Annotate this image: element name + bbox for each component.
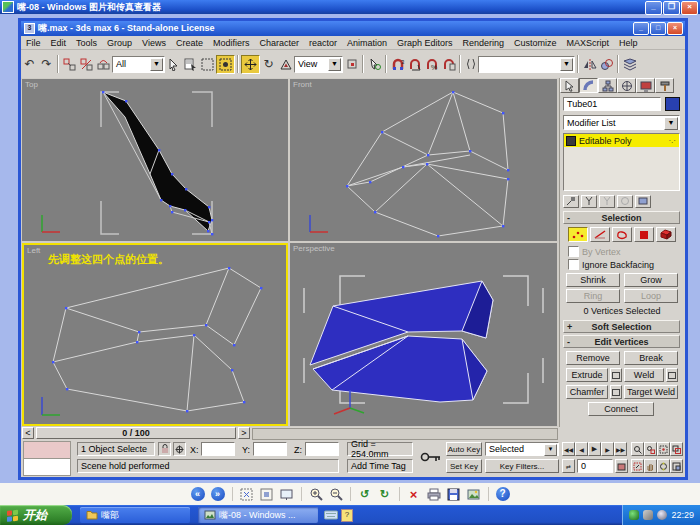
set-key-button[interactable]: Set Key	[446, 459, 482, 473]
edge-mode-icon[interactable]	[590, 227, 610, 242]
spinner-snap-icon[interactable]	[440, 56, 457, 73]
menu-maxscript[interactable]: MAXScript	[562, 38, 615, 48]
menu-customize[interactable]: Customize	[509, 38, 562, 48]
time-slider-handle[interactable]: 0 / 100	[36, 427, 236, 439]
zoom-extents-icon[interactable]	[657, 442, 670, 456]
viewer-minimize-button[interactable]: _	[645, 1, 662, 15]
remove-button[interactable]: Remove	[566, 351, 620, 365]
show-end-result-icon[interactable]	[581, 195, 597, 208]
start-button[interactable]: 开始	[0, 505, 72, 525]
menu-group[interactable]: Group	[102, 38, 137, 48]
next-frame-button[interactable]: ▶	[601, 442, 614, 456]
menu-views[interactable]: Views	[137, 38, 171, 48]
menu-create[interactable]: Create	[171, 38, 208, 48]
max-minimize-button[interactable]: _	[633, 22, 649, 35]
select-object-icon[interactable]	[165, 56, 182, 73]
time-configuration-button[interactable]	[615, 459, 628, 473]
weld-settings-button[interactable]	[666, 368, 678, 382]
selection-filter-dropdown[interactable]: All ▼	[112, 56, 165, 73]
viewport-front-label[interactable]: Front	[293, 80, 312, 89]
stack-item-editable-poly[interactable]: Editable Poly ·.·	[564, 134, 679, 147]
viewport-top-label[interactable]: Top	[25, 80, 38, 89]
region-zoom-icon[interactable]	[631, 459, 644, 473]
task-button-folder[interactable]: 嘴部	[80, 507, 190, 523]
ignore-backfacing-checkbox[interactable]: Ignore Backfacing	[568, 259, 654, 270]
select-and-move-icon[interactable]	[241, 55, 260, 74]
tab-motion-icon[interactable]	[617, 78, 636, 93]
viewport-front[interactable]: Front	[290, 79, 557, 241]
mirror-icon[interactable]	[581, 56, 598, 73]
window-crossing-toggle-icon[interactable]	[216, 55, 235, 74]
next-image-icon[interactable]: »	[210, 486, 226, 502]
chamfer-settings-button[interactable]	[610, 385, 622, 399]
menu-file[interactable]: File	[21, 38, 46, 48]
select-and-link-icon[interactable]	[61, 56, 78, 73]
polygon-mode-icon[interactable]	[634, 227, 654, 242]
slideshow-icon[interactable]	[279, 486, 295, 502]
align-icon[interactable]	[598, 56, 615, 73]
layer-manager-icon[interactable]	[621, 56, 638, 73]
menu-help[interactable]: Help	[614, 38, 643, 48]
shrink-button[interactable]: Shrink	[566, 273, 620, 287]
tab-modify-icon[interactable]	[579, 78, 598, 93]
previous-image-icon[interactable]: «	[190, 486, 206, 502]
zoom-out-icon[interactable]	[328, 486, 344, 502]
print-icon[interactable]	[426, 486, 442, 502]
dropdown-arrow-icon[interactable]: ▼	[328, 58, 341, 71]
object-color-swatch[interactable]	[665, 97, 680, 111]
undo-icon[interactable]: ↶	[21, 56, 38, 73]
zoom-all-icon[interactable]	[644, 442, 657, 456]
select-and-scale-icon[interactable]	[277, 56, 294, 73]
max-close-button[interactable]: ×	[667, 22, 683, 35]
remove-modifier-icon[interactable]	[617, 195, 633, 208]
tray-icon-volume[interactable]	[643, 510, 653, 520]
element-mode-icon[interactable]	[656, 227, 676, 242]
edit-vertices-rollout-header[interactable]: -Edit Vertices	[563, 335, 680, 348]
ring-button[interactable]: Ring	[566, 289, 620, 303]
viewport-top[interactable]: Top	[22, 79, 288, 241]
timeline-next-arrow[interactable]: >	[238, 427, 250, 439]
vertex-mode-icon[interactable]	[568, 227, 588, 242]
dropdown-arrow-icon[interactable]: ▼	[544, 444, 557, 456]
go-to-start-button[interactable]: ◀◀	[562, 442, 575, 456]
break-button[interactable]: Break	[624, 351, 678, 365]
selection-rollout-header[interactable]: -Selection	[563, 211, 680, 224]
y-field[interactable]	[253, 442, 287, 456]
make-unique-icon[interactable]	[599, 195, 615, 208]
menu-modifiers[interactable]: Modifiers	[208, 38, 255, 48]
tray-icon-clock-app[interactable]	[657, 510, 667, 520]
viewport-perspective-label[interactable]: Perspective	[293, 244, 335, 253]
chamfer-button[interactable]: Chamfer	[566, 385, 608, 399]
set-keys-button[interactable]	[419, 444, 443, 470]
key-filters-button[interactable]: Key Filters...	[485, 459, 559, 473]
percent-snap-icon[interactable]: %	[423, 56, 440, 73]
go-to-end-button[interactable]: ▶▶	[614, 442, 627, 456]
play-button[interactable]: ▶	[588, 442, 601, 456]
snap-toggle-icon[interactable]: 3	[389, 56, 406, 73]
tab-utilities-icon[interactable]	[655, 78, 674, 93]
connect-button[interactable]: Connect	[588, 402, 654, 416]
zoom-in-icon[interactable]	[308, 486, 324, 502]
viewer-close-button[interactable]: ×	[681, 1, 698, 15]
selection-set-dropdown[interactable]: Selected▼	[485, 442, 559, 456]
help-icon[interactable]: ?	[495, 486, 511, 502]
max-maximize-button[interactable]: □	[650, 22, 666, 35]
unlink-icon[interactable]	[78, 56, 95, 73]
pan-hand-icon[interactable]	[644, 459, 657, 473]
angle-snap-icon[interactable]	[406, 56, 423, 73]
extrude-button[interactable]: Extrude	[566, 368, 608, 382]
viewport-left-label[interactable]: Left	[27, 246, 40, 255]
actual-size-icon[interactable]	[259, 486, 275, 502]
delete-icon[interactable]: ×	[406, 486, 422, 502]
menu-animation[interactable]: Animation	[342, 38, 392, 48]
soft-selection-rollout-header[interactable]: +Soft Selection	[563, 320, 680, 333]
edit-named-selections-icon[interactable]	[463, 56, 478, 73]
object-name-field[interactable]: Tube01	[563, 97, 661, 111]
grow-button[interactable]: Grow	[624, 273, 678, 287]
dropdown-arrow-icon[interactable]: ▼	[560, 58, 573, 71]
menu-rendering[interactable]: Rendering	[458, 38, 510, 48]
weld-button[interactable]: Weld	[624, 368, 664, 382]
viewport-left[interactable]: Left 先调整这四个点的位置。	[22, 243, 288, 426]
dropdown-arrow-icon[interactable]: ▼	[664, 117, 678, 130]
task-button-viewer[interactable]: 嘴-08 - Windows ...	[198, 507, 318, 523]
